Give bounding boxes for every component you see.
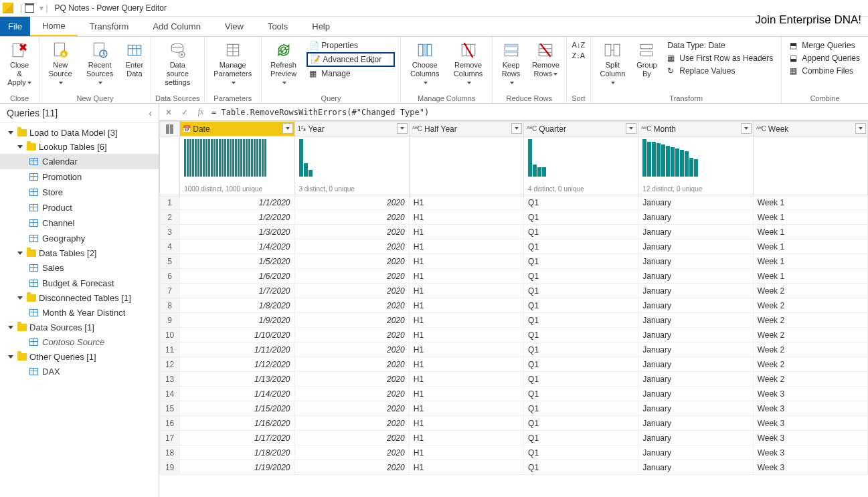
table-row[interactable]: 121/12/20202020H1Q1JanuaryWeek 2 bbox=[160, 357, 868, 372]
cell[interactable]: 1/4/2020 bbox=[180, 239, 294, 254]
cell[interactable]: January bbox=[638, 342, 753, 357]
formula-text[interactable]: = Table.RemoveRowsWithErrors(#"Changed T… bbox=[211, 108, 864, 117]
cell[interactable]: 1/14/2020 bbox=[180, 387, 294, 401]
data-type-dropdown[interactable]: Data Type: Date bbox=[665, 39, 776, 52]
cell[interactable]: H1 bbox=[409, 239, 523, 254]
cell[interactable]: Week 2 bbox=[753, 342, 867, 357]
cell[interactable]: January bbox=[638, 387, 753, 401]
cell[interactable]: H1 bbox=[409, 195, 523, 210]
cell[interactable]: H1 bbox=[409, 328, 523, 342]
cell[interactable]: 1/11/2020 bbox=[180, 342, 294, 357]
cell[interactable]: Week 2 bbox=[753, 284, 867, 298]
table-row[interactable]: 31/3/20202020H1Q1JanuaryWeek 1 bbox=[160, 225, 868, 239]
cell[interactable]: 1/1/2020 bbox=[180, 195, 294, 210]
cell[interactable]: 2020 bbox=[294, 445, 409, 460]
accept-formula-icon[interactable]: ✓ bbox=[179, 107, 190, 118]
cell[interactable]: 2020 bbox=[294, 284, 409, 298]
manage-button[interactable]: ▦Manage bbox=[307, 68, 395, 80]
cell[interactable]: 2020 bbox=[294, 431, 409, 445]
cell[interactable]: January bbox=[638, 357, 753, 372]
table-row[interactable]: 141/14/20202020H1Q1JanuaryWeek 3 bbox=[160, 387, 868, 401]
table-row[interactable]: 101/10/20202020H1Q1JanuaryWeek 2 bbox=[160, 328, 868, 342]
query-group[interactable]: Disconnected Tables [1] bbox=[0, 291, 159, 305]
cell[interactable]: Q1 bbox=[524, 387, 638, 401]
cell[interactable]: 2020 bbox=[294, 401, 409, 416]
query-item[interactable]: Promotion bbox=[0, 169, 159, 185]
column-header-quarter[interactable]: ᴬᴮCQuarter bbox=[524, 122, 638, 136]
query-group[interactable]: Data Tables [2] bbox=[0, 246, 159, 260]
cell[interactable]: 1/8/2020 bbox=[180, 298, 294, 313]
query-item[interactable]: Store bbox=[0, 185, 159, 200]
cell[interactable]: H1 bbox=[409, 342, 523, 357]
cell[interactable]: January bbox=[638, 460, 753, 475]
cell[interactable]: Week 2 bbox=[753, 357, 867, 372]
cell[interactable]: H1 bbox=[409, 357, 523, 372]
table-row[interactable]: 21/2/20202020H1Q1JanuaryWeek 1 bbox=[160, 210, 868, 225]
tab-home[interactable]: Home bbox=[30, 17, 78, 36]
cell[interactable]: January bbox=[638, 269, 753, 284]
data-grid[interactable]: 📅Date1²₃YearᴬᴮCHalf YearᴬᴮCQuarterᴬᴮCMon… bbox=[159, 121, 868, 497]
table-row[interactable]: 131/13/20202020H1Q1JanuaryWeek 2 bbox=[160, 372, 868, 387]
cell[interactable]: Q1 bbox=[524, 342, 638, 357]
table-row[interactable]: 81/8/20202020H1Q1JanuaryWeek 2 bbox=[160, 298, 868, 313]
save-icon[interactable] bbox=[25, 3, 34, 13]
cell[interactable]: H1 bbox=[409, 269, 523, 284]
cell[interactable]: January bbox=[638, 225, 753, 239]
cancel-formula-icon[interactable]: ✕ bbox=[163, 107, 174, 118]
cell[interactable]: 1/7/2020 bbox=[180, 284, 294, 298]
cell[interactable]: 2020 bbox=[294, 342, 409, 357]
select-all-corner[interactable] bbox=[160, 122, 180, 136]
cell[interactable]: 1/9/2020 bbox=[180, 313, 294, 328]
use-first-row-button[interactable]: ▦Use First Row as Headers bbox=[665, 52, 776, 64]
column-header-half-year[interactable]: ᴬᴮCHalf Year bbox=[409, 122, 523, 136]
column-header-week[interactable]: ᴬᴮCWeek bbox=[753, 122, 867, 136]
fx-icon[interactable]: fx bbox=[195, 107, 206, 118]
cell[interactable]: Q1 bbox=[524, 225, 638, 239]
cell[interactable]: 1/10/2020 bbox=[180, 328, 294, 342]
cell[interactable]: H1 bbox=[409, 313, 523, 328]
query-item[interactable]: Calendar bbox=[0, 154, 159, 169]
tab-transform[interactable]: Transform bbox=[78, 17, 141, 36]
cell[interactable]: 2020 bbox=[294, 298, 409, 313]
cell[interactable]: H1 bbox=[409, 387, 523, 401]
query-item[interactable]: Product bbox=[0, 200, 159, 215]
cell[interactable]: Week 1 bbox=[753, 254, 867, 269]
table-row[interactable]: 191/19/20202020H1Q1JanuaryWeek 3 bbox=[160, 460, 868, 475]
cell[interactable]: Week 3 bbox=[753, 416, 867, 431]
cell[interactable]: 2020 bbox=[294, 460, 409, 475]
cell[interactable]: H1 bbox=[409, 460, 523, 475]
cell[interactable]: H1 bbox=[409, 372, 523, 387]
table-row[interactable]: 151/15/20202020H1Q1JanuaryWeek 3 bbox=[160, 401, 868, 416]
cell[interactable]: 2020 bbox=[294, 416, 409, 431]
cell[interactable]: 2020 bbox=[294, 357, 409, 372]
filter-icon[interactable] bbox=[855, 123, 866, 134]
cell[interactable]: Q1 bbox=[524, 254, 638, 269]
close-apply-button[interactable]: Close & Apply bbox=[3, 38, 36, 90]
cell[interactable]: 1/6/2020 bbox=[180, 269, 294, 284]
cell[interactable]: January bbox=[638, 298, 753, 313]
tab-help[interactable]: Help bbox=[300, 17, 342, 36]
query-group[interactable]: Lookup Tables [6] bbox=[0, 140, 159, 154]
cell[interactable]: Q1 bbox=[524, 195, 638, 210]
join-enterprise-cta[interactable]: Join Enterprise DNA! bbox=[755, 13, 861, 27]
properties-button[interactable]: 📄Properties bbox=[307, 39, 395, 52]
cell[interactable]: January bbox=[638, 431, 753, 445]
cell[interactable]: Week 2 bbox=[753, 313, 867, 328]
cell[interactable]: January bbox=[638, 445, 753, 460]
cell[interactable]: H1 bbox=[409, 298, 523, 313]
cell[interactable]: 1/18/2020 bbox=[180, 445, 294, 460]
cell[interactable]: 1/5/2020 bbox=[180, 254, 294, 269]
cell[interactable]: H1 bbox=[409, 416, 523, 431]
remove-columns-button[interactable]: Remove Columns bbox=[447, 38, 489, 90]
split-column-button[interactable]: Split Column bbox=[594, 38, 631, 90]
cell[interactable]: 2020 bbox=[294, 269, 409, 284]
query-group[interactable]: Load to Data Model [3] bbox=[0, 126, 159, 140]
cell[interactable]: Week 3 bbox=[753, 387, 867, 401]
filter-icon[interactable] bbox=[626, 123, 636, 134]
cell[interactable]: January bbox=[638, 372, 753, 387]
query-group[interactable]: Other Queries [1] bbox=[0, 350, 159, 364]
cell[interactable]: Q1 bbox=[524, 239, 638, 254]
cell[interactable]: 2020 bbox=[294, 225, 409, 239]
cell[interactable]: Week 2 bbox=[753, 372, 867, 387]
table-row[interactable]: 181/18/20202020H1Q1JanuaryWeek 3 bbox=[160, 445, 868, 460]
